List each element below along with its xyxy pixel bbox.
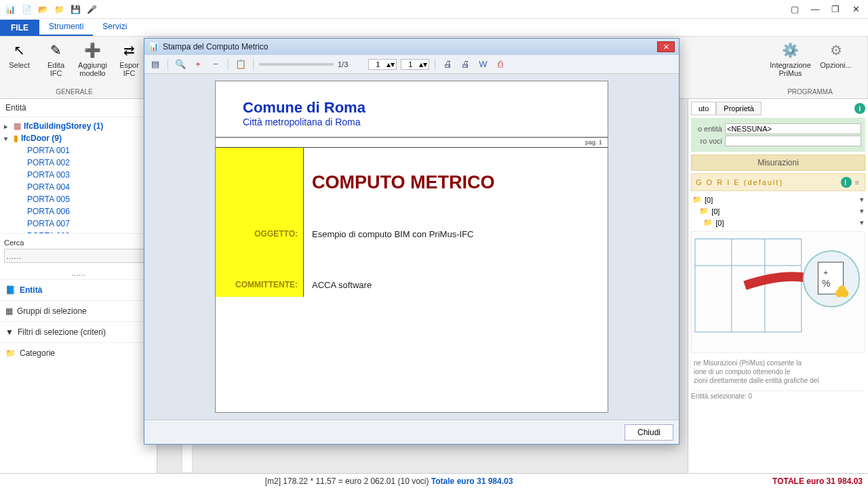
dialog-titlebar: 📊 Stampa del Computo Metrico ✕ bbox=[144, 39, 679, 55]
print-icon[interactable]: 🖨 bbox=[441, 58, 454, 71]
svg-text:%: % bbox=[822, 279, 830, 289]
tree-leaf-door[interactable]: PORTA 003 bbox=[27, 169, 153, 181]
info-icon[interactable]: i bbox=[854, 103, 865, 114]
category-row[interactable]: 📁 [0] ▾ bbox=[691, 194, 865, 205]
tree-node-door[interactable]: ▾▮IfcDoor (9) bbox=[4, 132, 153, 144]
category-row[interactable]: 📁 [0] ▾ bbox=[691, 217, 865, 228]
filter-voci-input[interactable] bbox=[725, 136, 861, 146]
gears-icon: ⚙️ bbox=[781, 41, 800, 60]
zoom-in-icon[interactable]: + bbox=[191, 58, 205, 71]
tree-leaf-door[interactable]: PORTA 001 bbox=[27, 144, 153, 157]
save-icon[interactable]: 💾 bbox=[68, 2, 83, 17]
tab-strumenti[interactable]: Strumenti bbox=[39, 18, 93, 36]
category-row[interactable]: 📁 [0] ▾ bbox=[691, 205, 865, 217]
export-icon: ⇄ bbox=[120, 41, 139, 60]
tab-servizi[interactable]: Servizi bbox=[93, 18, 136, 36]
group-icon: ▦ bbox=[5, 306, 13, 316]
export-ifc-button[interactable]: ⇄Espor IFC bbox=[113, 39, 146, 79]
rp-tab-proprieta[interactable]: Proprietà bbox=[716, 102, 762, 115]
page-indicator: 1/3 bbox=[338, 60, 348, 68]
status-center: [m2] 178.22 * 11.57 = euro 2 062.01 (10 … bbox=[5, 476, 772, 486]
dialog-footer: Chiudi bbox=[144, 420, 679, 444]
tree-leaf-door[interactable]: PORTA 005 bbox=[27, 193, 153, 205]
copy-icon[interactable]: 📋 bbox=[234, 58, 248, 71]
dialog-body[interactable]: Comune di Roma Città metropolitana di Ro… bbox=[144, 74, 679, 420]
doc-committente-label: COMMITTENTE: bbox=[216, 273, 304, 297]
zoom-icon[interactable]: 🔍 bbox=[174, 58, 187, 71]
export-word-icon[interactable]: W bbox=[476, 58, 490, 71]
document-page: Comune di Roma Città metropolitana di Ro… bbox=[215, 81, 608, 413]
doc-page-number: pag. 1 bbox=[216, 138, 608, 148]
app-icon: 📊 bbox=[3, 2, 18, 17]
nav-gruppi[interactable]: ▦Gruppi di selezione bbox=[0, 300, 157, 321]
tree-leaf-door[interactable]: PORTA 007 bbox=[27, 218, 153, 230]
nav-filtri[interactable]: ▼Filtri di selezione (criteri) bbox=[0, 321, 157, 342]
filter-label-voci: ro voci bbox=[695, 137, 722, 145]
edit-ifc-button[interactable]: ✎Edita IFC bbox=[40, 39, 73, 79]
ribbon-tabs: FILE Strumenti Servizi bbox=[0, 19, 868, 37]
filter-icon: ▼ bbox=[5, 327, 14, 337]
print-range-icon[interactable]: 🖨 bbox=[458, 58, 472, 71]
entities-tree[interactable]: ▸▦IfcBuildingStorey (1) ▾▮IfcDoor (9) PO… bbox=[0, 117, 157, 233]
folder-icon[interactable]: 📁 bbox=[52, 2, 66, 17]
export-pdf-icon[interactable]: ⎙ bbox=[494, 58, 507, 71]
select-button[interactable]: ↖Select bbox=[3, 39, 36, 70]
filter-entita-input[interactable] bbox=[725, 123, 861, 134]
toc-icon[interactable]: ▤ bbox=[149, 58, 162, 71]
folder-icon: 📁 bbox=[5, 348, 16, 358]
svg-text:+: + bbox=[823, 268, 828, 277]
maximize-button[interactable]: ❐ bbox=[826, 2, 845, 17]
tree-leaf-door[interactable]: PORTA 006 bbox=[27, 205, 153, 218]
new-icon[interactable]: 📄 bbox=[19, 2, 34, 17]
close-button[interactable]: ✕ bbox=[846, 2, 865, 17]
cursor-icon: ↖ bbox=[10, 41, 29, 60]
plus-icon: ➕ bbox=[83, 41, 102, 60]
gear-icon: ⚙ bbox=[827, 41, 846, 60]
open-icon[interactable]: 📂 bbox=[35, 2, 50, 17]
titlebar: 📊 📄 📂 📁 💾 🎤 ▢ — ❐ ✕ bbox=[0, 0, 868, 19]
group-label-programma: PROGRAMMA bbox=[787, 88, 833, 96]
info-icon[interactable]: i bbox=[841, 177, 852, 188]
integrazione-primus-button[interactable]: ⚙️Integrazione PriMus bbox=[767, 39, 814, 79]
dialog-close-btn[interactable]: Chiudi bbox=[625, 424, 673, 441]
filter-box: o entità ro voci bbox=[691, 118, 865, 152]
nav-categorie[interactable]: 📁Categorie bbox=[0, 342, 157, 363]
categories-header: G O R I E (default)i ≡ bbox=[691, 174, 865, 191]
file-tab[interactable]: FILE bbox=[0, 20, 39, 36]
doc-big-title: COMPUTO METRICO bbox=[304, 148, 608, 222]
tree-node-storey[interactable]: ▸▦IfcBuildingStorey (1) bbox=[4, 120, 153, 132]
group-label-generale: GENERALE bbox=[56, 88, 92, 96]
dots-divider: ...... bbox=[0, 267, 157, 279]
search-input[interactable] bbox=[4, 249, 153, 263]
search-label: Cerca bbox=[4, 239, 24, 247]
options-button[interactable]: ⚙Opzioni... bbox=[818, 39, 854, 70]
svg-point-11 bbox=[838, 285, 846, 293]
selection-count: Entità selezionate: 0 bbox=[691, 390, 865, 400]
zoom-out-icon[interactable]: − bbox=[209, 58, 222, 71]
menu-icon[interactable]: ≡ bbox=[855, 178, 861, 186]
properties-panel: uto Proprietà i o entità ro voci Misuraz… bbox=[688, 99, 868, 473]
minimize-button[interactable]: — bbox=[806, 2, 825, 17]
tree-leaf-door[interactable]: PORTA 002 bbox=[27, 157, 153, 169]
misurazioni-button[interactable]: Misurazioni bbox=[691, 155, 865, 171]
dialog-icon: 📊 bbox=[149, 42, 159, 52]
page-spin-2[interactable]: ▴▾ bbox=[401, 59, 429, 70]
print-dialog: 📊 Stampa del Computo Metrico ✕ ▤ 🔍 + − 📋… bbox=[144, 38, 679, 445]
dialog-toolbar: ▤ 🔍 + − 📋 1/3 ▴▾ ▴▾ 🖨 🖨 W ⎙ bbox=[144, 55, 679, 74]
quick-access-toolbar: 📊 📄 📂 📁 💾 🎤 bbox=[3, 2, 99, 17]
page-spin-1[interactable]: ▴▾ bbox=[368, 59, 397, 70]
doc-oggetto-label: OGGETTO: bbox=[216, 222, 304, 246]
status-bar: [m2] 178.22 * 11.57 = euro 2 062.01 (10 … bbox=[0, 473, 868, 488]
dialog-close-button[interactable]: ✕ bbox=[657, 41, 675, 52]
ribbon-toggle-icon[interactable]: ▢ bbox=[785, 2, 804, 17]
doc-subtitle: Città metropolitana di Roma bbox=[243, 117, 580, 127]
filter-label-entita: o entità bbox=[695, 125, 722, 133]
rp-tab-uto[interactable]: uto bbox=[691, 102, 716, 115]
entities-panel-title: Entità bbox=[0, 99, 157, 117]
tree-leaf-door[interactable]: PORTA 004 bbox=[27, 181, 153, 193]
entities-panel: Entità ▸▦IfcBuildingStorey (1) ▾▮IfcDoor… bbox=[0, 99, 157, 473]
mic-icon[interactable]: 🎤 bbox=[84, 2, 99, 17]
nav-entita[interactable]: 📘Entità bbox=[0, 279, 157, 300]
zoom-slider[interactable] bbox=[259, 63, 334, 66]
add-model-button[interactable]: ➕Aggiungi modello bbox=[77, 39, 109, 79]
